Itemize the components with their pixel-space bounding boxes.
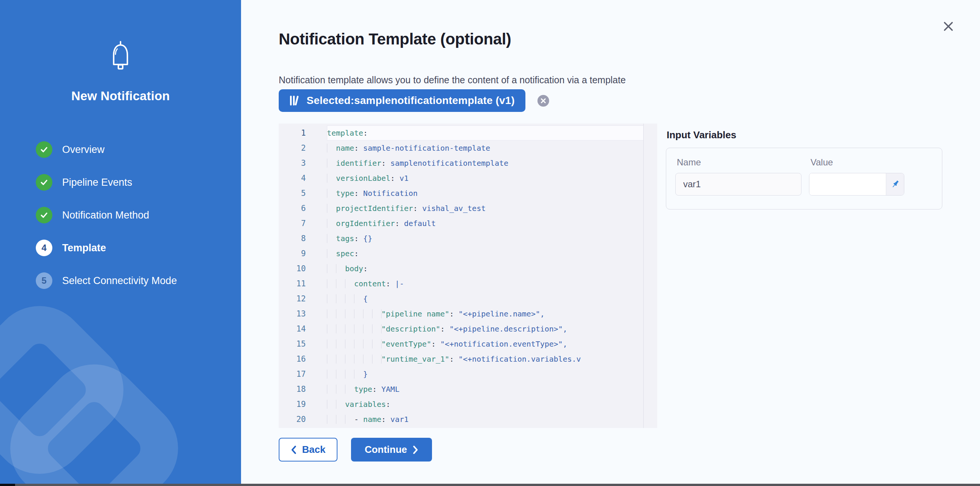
code-line: 15 "eventType": "<+notification.eventTyp… (279, 336, 657, 352)
wizard-title: New Notification (0, 89, 241, 103)
step-label: Notification Method (62, 209, 149, 221)
continue-button[interactable]: Continue (351, 438, 432, 462)
line-number: 13 (279, 306, 327, 321)
step-check-icon (36, 207, 52, 223)
line-number: 17 (279, 366, 327, 382)
step-number-badge: 4 (36, 240, 52, 256)
sidebar-step-template[interactable]: 4Template (36, 240, 177, 256)
code-line: 13 "pipeline name": "<+pipeline.name>", (279, 306, 657, 321)
code-line: 9 spec: (279, 246, 657, 261)
line-number: 2 (279, 140, 327, 156)
line-number: 6 (279, 201, 327, 216)
selected-template-label: Selected:samplenotificationtemplate (v1) (307, 94, 515, 107)
input-variables-card: Name Value (666, 148, 942, 209)
code-line: 19 variables: (279, 397, 657, 412)
line-number: 20 (279, 412, 327, 427)
step-label: Overview (62, 144, 105, 156)
window-bottom-edge (0, 484, 980, 486)
code-line: 8 tags: {} (279, 231, 657, 246)
bell-icon (103, 39, 138, 74)
code-line: 2 name: sample-notification-template (279, 140, 657, 156)
variable-name-input[interactable] (675, 173, 802, 196)
selected-template-chip[interactable]: Selected:samplenotificationtemplate (v1) (279, 89, 525, 112)
chevron-left-icon (291, 445, 297, 454)
wizard-sidebar: New Notification OverviewPipeline Events… (0, 0, 241, 484)
code-line: 5 type: Notification (279, 186, 657, 201)
wizard-steps: OverviewPipeline EventsNotification Meth… (36, 141, 177, 289)
step-check-icon (36, 141, 52, 158)
remove-template-button[interactable] (538, 95, 549, 107)
line-number: 8 (279, 231, 327, 246)
close-icon (943, 21, 954, 32)
input-variables-title: Input Variables (667, 129, 736, 141)
code-line: 14 "description": "<+pipeline.descriptio… (279, 321, 657, 336)
line-number: 19 (279, 397, 327, 412)
line-number: 15 (279, 336, 327, 352)
window-bottom-edge-corner (0, 484, 15, 486)
step-check-icon (36, 174, 52, 191)
code-line: 16 "runtime_var_1": "<+notification.vari… (279, 352, 657, 366)
code-line: 6 projectIdentifier: vishal_av_test (279, 201, 657, 216)
step-number-badge: 5 (36, 272, 52, 289)
main-panel: Notification Template (optional) Notific… (241, 0, 980, 484)
code-line: 12 { (279, 291, 657, 306)
line-number: 16 (279, 352, 327, 366)
code-line: 11 content: |- (279, 276, 657, 291)
step-label: Select Connectivity Mode (62, 275, 177, 287)
line-number: 10 (279, 261, 327, 276)
name-column-header: Name (677, 157, 810, 168)
line-number: 5 (279, 186, 327, 201)
line-number: 11 (279, 276, 327, 291)
line-number: 4 (279, 170, 327, 186)
input-variables-rows (666, 168, 942, 196)
line-number: 18 (279, 382, 327, 397)
remove-icon (541, 98, 546, 104)
code-line: 1template: (279, 126, 657, 140)
step-label: Template (62, 242, 106, 254)
variable-value-field (809, 173, 904, 196)
code-line: 4 versionLabel: v1 (279, 170, 657, 186)
code-line: 18 type: YAML (279, 382, 657, 397)
back-button[interactable]: Back (279, 438, 337, 462)
pin-icon (890, 179, 900, 189)
code-line: 7 orgIdentifier: default (279, 216, 657, 231)
chevron-right-icon (412, 445, 418, 454)
code-line: 17 } (279, 366, 657, 382)
line-number: 3 (279, 156, 327, 170)
line-number: 14 (279, 321, 327, 336)
value-column-header: Value (810, 157, 833, 168)
line-number: 7 (279, 216, 327, 231)
sidebar-step-overview[interactable]: Overview (36, 141, 177, 158)
line-number: 12 (279, 291, 327, 306)
page-title: Notification Template (optional) (279, 30, 511, 48)
code-line: 3 identifier: samplenotificationtemplate (279, 156, 657, 170)
code-line: 10 body: (279, 261, 657, 276)
step-label: Pipeline Events (62, 177, 132, 188)
line-number: 9 (279, 246, 327, 261)
sidebar-step-pipeline-events[interactable]: Pipeline Events (36, 174, 177, 191)
template-library-icon (289, 94, 301, 107)
continue-button-label: Continue (364, 444, 407, 456)
page-subtitle: Notification template allows you to defi… (279, 75, 625, 86)
line-number: 1 (279, 126, 327, 140)
sidebar-step-notification-method[interactable]: Notification Method (36, 207, 177, 223)
variable-value-input[interactable] (810, 173, 886, 195)
back-button-label: Back (302, 444, 325, 456)
input-variable-row (666, 168, 942, 196)
code-line: 20 - name: var1 (279, 412, 657, 427)
close-button[interactable] (940, 18, 957, 35)
code-editor-lines: 1template:2 name: sample-notification-te… (279, 126, 657, 427)
runtime-input-pin-button[interactable] (886, 173, 904, 195)
sidebar-step-select-connectivity-mode[interactable]: 5Select Connectivity Mode (36, 272, 177, 289)
yaml-code-editor[interactable]: 1template:2 name: sample-notification-te… (279, 124, 657, 428)
